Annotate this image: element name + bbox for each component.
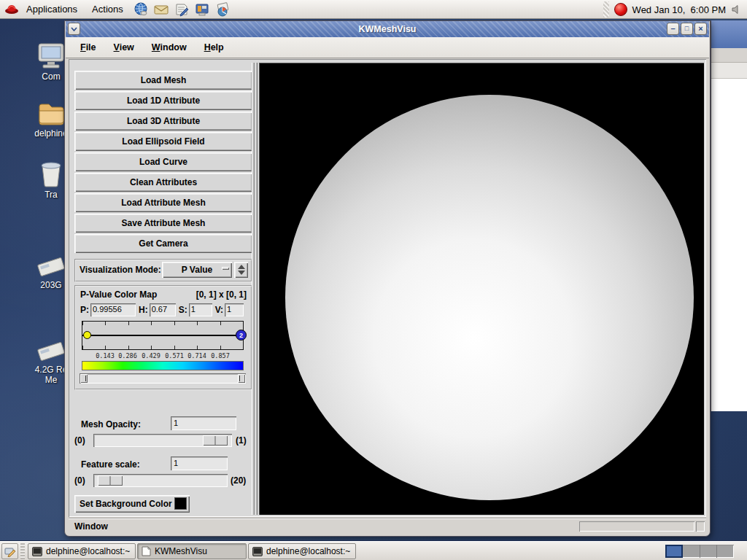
- colormap-gradient: [82, 361, 244, 370]
- mesh-opacity-min: (0): [74, 435, 85, 446]
- chevron-down-icon: [71, 27, 77, 31]
- colormap-range-slider[interactable]: [80, 373, 246, 384]
- ticks-bottom: [82, 346, 243, 349]
- background-window-toolbar: [711, 48, 747, 63]
- load-curve-button[interactable]: Load Curve: [74, 152, 252, 171]
- visualization-mode-label: Visualization Mode:: [80, 265, 161, 275]
- color-map-fields: P: 0.99556 H: 0.67 S: 1 V: 1: [79, 303, 249, 317]
- v-label: V:: [215, 305, 223, 315]
- task-terminal-2[interactable]: delphine@localhost:~: [248, 543, 356, 559]
- terminal-icon: [252, 547, 263, 556]
- redhat-menu-icon[interactable]: [4, 2, 19, 17]
- set-background-color-button[interactable]: Set Background Color: [74, 495, 190, 513]
- option-dash-icon: [222, 267, 229, 270]
- feature-scale-field[interactable]: 1: [171, 456, 228, 470]
- s-field[interactable]: 1: [189, 303, 212, 316]
- background-window-titlebar: [711, 20, 747, 48]
- mesh-opacity-label: Mesh Opacity:: [81, 419, 141, 429]
- range-handle-left[interactable]: [80, 374, 88, 383]
- clock[interactable]: Wed Jan 10, 6:00 PM: [632, 4, 726, 15]
- p-field[interactable]: 0.99556: [90, 303, 136, 316]
- mesh-opacity-max: (1): [236, 435, 247, 446]
- applications-menu[interactable]: Applications: [19, 0, 85, 19]
- close-button[interactable]: ×: [694, 23, 707, 35]
- colormap-point-end[interactable]: 2: [236, 330, 247, 341]
- document-icon: [142, 546, 151, 556]
- window-title: KWMeshVisu: [65, 21, 710, 37]
- mesh-opacity-slider[interactable]: [93, 434, 232, 447]
- visualization-mode-frame: Visualization Mode: P Value: [74, 259, 252, 282]
- p-label: P:: [80, 305, 89, 315]
- load-mesh-button[interactable]: Load Mesh: [74, 71, 252, 90]
- workspace-1[interactable]: [665, 545, 683, 558]
- menu-window[interactable]: Window: [143, 39, 196, 55]
- arrow-up-icon: [238, 265, 245, 269]
- s-label: S:: [179, 305, 187, 315]
- ticks-top: [82, 322, 243, 325]
- arrow-down-icon: [238, 271, 245, 275]
- set-background-color-label: Set Background Color: [80, 499, 172, 509]
- email-icon[interactable]: [153, 1, 169, 18]
- volume-icon[interactable]: [731, 4, 743, 15]
- load-attribute-mesh-button[interactable]: Load Attribute Mesh: [74, 193, 252, 212]
- task-kwmeshvisu[interactable]: KWMeshVisu: [137, 543, 247, 559]
- update-notifier-icon[interactable]: [614, 3, 627, 16]
- terminal-icon: [32, 547, 42, 556]
- minimize-button[interactable]: –: [667, 23, 679, 35]
- load-1d-attribute-button[interactable]: Load 1D Attribute: [74, 91, 252, 110]
- resize-grip[interactable]: [696, 521, 705, 532]
- window-menu-button[interactable]: [68, 23, 80, 35]
- desktop: Com delphine Tra 203G 4.2G Re Me KWMesh: [0, 0, 747, 560]
- h-field[interactable]: 0.67: [150, 303, 176, 316]
- menubar: File View Window Help: [66, 37, 709, 58]
- maximize-button[interactable]: □: [681, 23, 693, 35]
- visualization-mode-dropdown[interactable]: P Value: [162, 262, 232, 278]
- background-window-toolbar2: [711, 63, 747, 79]
- function-line: [82, 335, 243, 336]
- writer-icon[interactable]: [174, 1, 190, 18]
- feature-scale-slider[interactable]: [93, 474, 228, 487]
- kwmeshvisu-window: KWMeshVisu – □ × File View Window Help L…: [64, 20, 711, 537]
- mesh-sphere: [285, 95, 694, 500]
- taskbar-drag-handle[interactable]: [20, 543, 25, 559]
- render-viewport[interactable]: [259, 63, 704, 515]
- top-panel: Applications Actions Wed Jan 10, 6:00 PM: [0, 0, 747, 19]
- web-browser-icon[interactable]: [133, 1, 149, 18]
- background-window[interactable]: [711, 20, 747, 411]
- range-handle-right[interactable]: [238, 374, 245, 383]
- menu-help[interactable]: Help: [196, 39, 233, 55]
- pane-splitter[interactable]: [252, 63, 258, 515]
- menu-view[interactable]: View: [105, 39, 143, 55]
- status-bar: Window: [69, 518, 706, 533]
- calc-icon[interactable]: [214, 1, 231, 18]
- progress-field: [579, 521, 694, 532]
- load-3d-attribute-button[interactable]: Load 3D Attribute: [74, 112, 252, 131]
- save-attribute-mesh-button[interactable]: Save Attribute Mesh: [74, 214, 252, 233]
- workspace-3[interactable]: [700, 545, 718, 558]
- workspace-4[interactable]: [717, 545, 734, 558]
- color-map-frame: P-Value Color Map [0, 1] x [0, 1] P: 0.9…: [74, 285, 252, 390]
- colormap-point-start[interactable]: [83, 331, 91, 339]
- feature-scale-handle[interactable]: [98, 475, 123, 486]
- workspace-switcher: [665, 545, 734, 558]
- workspace-2[interactable]: [683, 545, 700, 558]
- get-camera-button[interactable]: Get Camera: [74, 234, 252, 253]
- clean-attributes-button[interactable]: Clean Attributes: [74, 173, 252, 192]
- transfer-function-editor[interactable]: 2: [82, 321, 244, 350]
- v-field[interactable]: 1: [225, 303, 244, 316]
- menu-file[interactable]: File: [71, 39, 105, 55]
- mesh-opacity-handle[interactable]: [203, 435, 228, 446]
- color-map-range: [0, 1] x [0, 1]: [196, 289, 247, 300]
- tick-labels: 0.143 0.286 0.429 0.571 0.714 0.857: [82, 352, 244, 359]
- h-label: H:: [139, 305, 148, 315]
- show-desktop-button[interactable]: [1, 543, 18, 559]
- taskbar: delphine@localhost:~ KWMeshVisu delphine…: [0, 541, 747, 560]
- panel-drag-handle[interactable]: [603, 1, 609, 18]
- mesh-opacity-field[interactable]: 1: [171, 416, 236, 430]
- status-text: Window: [74, 521, 108, 532]
- load-ellipsoid-field-button[interactable]: Load Ellipsoid Field: [74, 132, 252, 151]
- actions-menu[interactable]: Actions: [85, 0, 131, 19]
- task-terminal-1[interactable]: delphine@localhost:~: [28, 543, 136, 559]
- spinner-arrows[interactable]: [234, 262, 248, 278]
- impress-icon[interactable]: [194, 1, 210, 18]
